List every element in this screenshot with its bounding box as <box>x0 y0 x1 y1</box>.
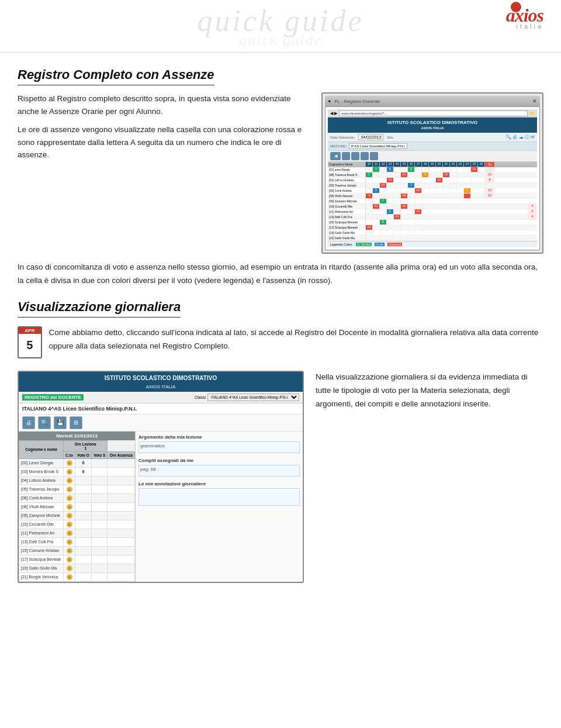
reg-school-sub: AXIOS ITALIA <box>19 384 303 392</box>
reg-icons-bar: 🖨 🔍 💾 ⊞ <box>19 415 303 432</box>
section1-two-col: Rispetto al Registro completo descritto … <box>18 92 543 254</box>
save-icon[interactable]: 💾 <box>54 416 67 429</box>
table-row: [21] Borghi Veronica ☺ <box>19 572 135 581</box>
date-input[interactable]: 04/02/2013 <box>358 134 383 140</box>
classi-label: Classi <box>195 395 206 399</box>
section1-screenshot: ● FL - Registro Docente ✕ ◀ ▶ www.dimost… <box>321 92 543 254</box>
table-row: [11] Pietrantoni Ari ☺ <box>19 529 135 537</box>
main-content: Registro Completo con Assenze Rispetto a… <box>0 58 561 603</box>
search-icon[interactable]: 🔍 <box>38 416 51 429</box>
table-row: [04] Lofoco Andrea ☺ <box>19 476 135 485</box>
section-visualizzazione: Visualizzazione giornaliera APR 5 Come a… <box>18 299 543 583</box>
col-cognome: Cognome e nome <box>19 440 64 458</box>
screenshot-box-1: ● FL - Registro Docente ✕ ◀ ▶ www.dimost… <box>321 92 543 254</box>
reg-date-header: Martedi 22/01/2013 <box>19 432 135 440</box>
axios-circle-icon <box>511 2 521 12</box>
screenshot-body: ◀ ▶ www.dimostrativo/registro/?... ⭐ IST… <box>325 106 540 250</box>
screenshot-mat-bar: MAT/LINC: 4^AS Liceo Scientifico Minisp.… <box>328 142 537 151</box>
section1-para3: In caso di concomitanza di voto e assenz… <box>18 261 543 288</box>
classi-select[interactable]: ITALIANO 4^AS Liceo Scientifico Minisp.P… <box>207 394 299 401</box>
right-desc-text: Nella visualizzazione giornaliera si da … <box>316 371 543 411</box>
screenshot-date-bar: Data Selezione: 04/02/2013 Sim 🔍 🖨 ☁ ⓘ ✉ <box>328 133 537 142</box>
screenshot-row-9: [11] Pietrantoni Ari 6 A1 <box>328 209 537 215</box>
reg-main-area: Martedi 22/01/2013 Cognome e nome Ore Le… <box>19 432 303 582</box>
reg-student-table: Cognome e nome Ore Lezione1 C.to Voto O … <box>19 440 135 582</box>
reg-school-name: ISTITUTO SCOLASTICO DIMOSTRATIVO <box>19 372 303 384</box>
annotazioni-title: Le mie annotazioni giornaliere <box>138 481 300 487</box>
table-row: [06] Conti Andrea ☺ <box>19 494 135 502</box>
reg-student-panel: Martedi 22/01/2013 Cognome e nome Ore Le… <box>19 432 136 582</box>
reg-materia-title: ITALIANO 4^AS Liceo Scientifico Minisp.P… <box>19 403 303 415</box>
compiti-content: pag. 68 <box>138 465 300 477</box>
table-row: [09] Zamponi Michele ☺ <box>19 511 135 520</box>
browser-toolbar: ◀ ▶ www.dimostrativo/registro/?... ⭐ <box>328 109 537 118</box>
section2-title: Visualizzazione giornaliera <box>18 299 181 318</box>
col-voto-o: Voto O <box>75 451 91 458</box>
axios-logo: axios italia <box>485 5 543 40</box>
screenshot-row-12: [17] Sciacqua Benede A1 <box>328 225 537 230</box>
compiti-value: pag. 68 <box>140 467 156 472</box>
grid-icon[interactable]: ⊞ <box>70 416 82 429</box>
screenshot-row-7: [09] Zamponi Michele 7 <box>328 199 537 204</box>
screenshot-titlebar: ● FL - Registro Docente ✕ <box>325 96 540 106</box>
annotazioni-content <box>138 488 300 506</box>
argomento-content: grammatica <box>138 441 300 453</box>
screenshot-school-header: ISTITUTO SCOLASTICO DIMOSTRATIVO AXIOS I… <box>328 118 537 133</box>
student-tbody: [02] Lenzi Giorgia ☺ 6 [03] Moreira Broo… <box>19 458 135 581</box>
screenshot-row-8: [10] Ciccarelli Dile A1 A2 <box>328 204 537 209</box>
col-voto-s: Voto S <box>92 451 108 458</box>
section1-text-col: Rispetto al Registro completo descritto … <box>18 92 310 167</box>
screenshot-row-14: [21] Gallo Giulio Ma <box>328 236 537 241</box>
screenshot-legend: Legenda Colori: O. Scritto Orale Assenza <box>328 241 537 247</box>
section2-right-desc: Nella visualizzazione giornaliera si da … <box>316 371 543 411</box>
section2-desc: Come abbiamo detto, cliccando sull'icona… <box>49 326 544 353</box>
compiti-title: Compiti assegnati da me <box>138 458 300 463</box>
table-row: [19] Gallo Giulio Ma ☺ <box>19 564 135 572</box>
section-registro-completo: Registro Completo con Assenze Rispetto a… <box>18 67 543 288</box>
col-ore-assenza: Ore Assenza <box>108 451 135 458</box>
registro-screenshot: ISTITUTO SCOLASTICO DIMOSTRATIVO AXIOS I… <box>18 371 304 583</box>
calendar-day: 5 <box>19 334 41 357</box>
table-row: [08] Vitulli Alessan ☺ <box>19 502 135 511</box>
table-row: [03] Moreira Brook S ☺ 8 <box>19 467 135 476</box>
header-subtitle: quick guide <box>0 32 561 49</box>
calendar-icon: APR 5 <box>18 326 42 358</box>
table-row: [02] Lenzi Giorgia ☺ 6 <box>19 458 135 467</box>
calendar-month: APR <box>19 327 41 334</box>
table-row: [17] Sciacqua Benede ☺ <box>19 555 135 564</box>
section1-title: Registro Completo con Assenze <box>18 67 214 85</box>
argomento-value: grammatica <box>140 443 165 448</box>
registro-box: ISTITUTO SCOLASTICO DIMOSTRATIVO AXIOS I… <box>18 371 543 583</box>
section1-para2: Le ore di assenze vengono visualizzate n… <box>18 123 310 161</box>
table-row: [05] Traversa Jacopo ☺ <box>19 485 135 494</box>
section1-para1: Rispetto al Registro completo descritto … <box>18 92 310 118</box>
argomento-title: Argomento della mia lezione <box>138 434 300 440</box>
section2-intro: APR 5 Come abbiamo detto, cliccando sull… <box>18 326 543 362</box>
reg-right-panel: Argomento della mia lezione grammatica C… <box>136 432 303 582</box>
reg-materia-text: ITALIANO 4^AS Liceo Scientifico Minisp.P… <box>22 406 137 412</box>
screenshot-row-10: [13] Delli Colli Fra A1 <box>328 215 537 220</box>
screenshot-nav-icons: ◀ <box>328 151 537 162</box>
screenshot-row-13: [19] Gallo Giulio Ma <box>328 230 537 236</box>
table-row: [10] Ciccarelli Dile ☺ <box>19 520 135 529</box>
col-ore-lezione: Ore Lezione1 <box>64 440 108 451</box>
page-header: quick guide quick guide axios italia <box>0 0 561 53</box>
screenshot-row-11: [15] Sciacqua Benede 8 <box>328 220 537 225</box>
reg-docente-bar: REGISTRO del DOCENTE Classi ITALIANO 4^A… <box>19 392 303 403</box>
print-icon[interactable]: 🖨 <box>22 416 35 429</box>
table-row: [13] Delli Colli Fra ☺ <box>19 537 135 546</box>
screenshot-day-headers: Cognome e Nome 10 11 12 13 14 15 16 17 1… <box>328 162 537 167</box>
screenshot-student-rows: [01] area Range 7 8 6 <box>328 167 537 241</box>
col-cto: C.to <box>64 451 75 458</box>
table-row: [15] Comune Kristian ☺ <box>19 546 135 555</box>
